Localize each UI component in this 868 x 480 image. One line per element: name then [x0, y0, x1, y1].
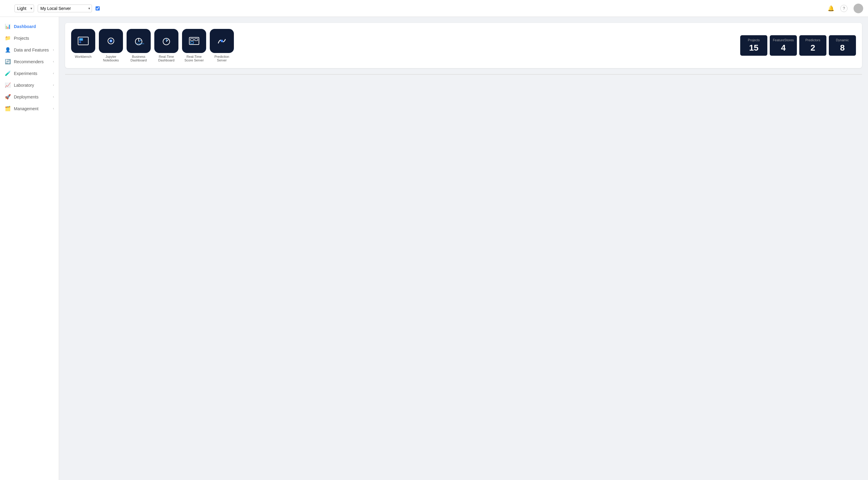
- app-icon-label-business-dashboard: Business Dashboard: [127, 55, 151, 62]
- svg-rect-1: [79, 38, 83, 41]
- svg-text:Grafana: Grafana: [136, 42, 144, 45]
- stat-card-dynamic[interactable]: Dynamic 8: [829, 35, 856, 56]
- sidebar-label-data-features: Data and Features: [14, 47, 49, 53]
- sidebar-item-dashboard[interactable]: 📊 Dashboard: [0, 21, 59, 32]
- stat-value-dynamic: 8: [831, 43, 854, 53]
- app-icon-box-realtime-dashboard: [154, 29, 179, 53]
- main-content: Workbench Jupyter Notebooks Grafana Busi…: [59, 17, 868, 480]
- stat-value-predictors: 2: [802, 43, 824, 53]
- app-icon-label-workbench: Workbench: [75, 55, 91, 59]
- svg-point-14: [221, 40, 223, 42]
- notification-icon[interactable]: 🔔: [828, 5, 834, 12]
- sidebar-label-management: Management: [14, 106, 38, 111]
- app-icon-realtime-dashboard[interactable]: Real-Time Dashboard: [154, 29, 179, 62]
- stat-label-projects: Projects: [743, 38, 765, 42]
- experiments-icon: 🧪: [5, 70, 11, 76]
- sidebar-label-deployments: Deployments: [14, 95, 38, 99]
- chevron-icon: ‹: [53, 95, 54, 99]
- app-icon-workbench[interactable]: Workbench: [71, 29, 95, 62]
- chevron-icon: ‹: [53, 60, 54, 63]
- stat-label-feature-stores: FeatureStores: [772, 38, 795, 42]
- sidebar-label-laboratory: Laboratory: [14, 83, 34, 88]
- theme-select-wrapper: Light Dark: [14, 4, 34, 12]
- svg-rect-12: [195, 39, 198, 41]
- chevron-icon: ‹: [53, 107, 54, 110]
- sidebar-label-recommenders: Recommenders: [14, 59, 44, 64]
- stat-label-dynamic: Dynamic: [831, 38, 854, 42]
- server-select[interactable]: My Local Server: [38, 4, 92, 12]
- stat-card-feature-stores[interactable]: FeatureStores 4: [770, 35, 797, 56]
- recommenders-icon: 🔄: [5, 59, 11, 64]
- stats-banner: Workbench Jupyter Notebooks Grafana Busi…: [65, 23, 862, 68]
- management-icon: 🗂️: [5, 106, 11, 111]
- theme-select[interactable]: Light Dark: [14, 4, 34, 12]
- svg-rect-11: [190, 39, 193, 41]
- app-icon-label-score-server: Real-Time Score Server: [182, 55, 206, 62]
- laboratory-icon: 📈: [5, 82, 11, 88]
- dashboard-icon: 📊: [5, 24, 11, 29]
- app-icon-business-dashboard[interactable]: Grafana Business Dashboard: [127, 29, 151, 62]
- projects-icon: 📁: [5, 35, 11, 41]
- sidebar-label-experiments: Experiments: [14, 71, 37, 76]
- app-icon-jupyter[interactable]: Jupyter Notebooks: [99, 29, 123, 62]
- default-checkbox[interactable]: [96, 6, 100, 10]
- deployments-icon: 🚀: [5, 94, 11, 100]
- svg-point-6: [110, 40, 112, 41]
- sidebar-item-experiments[interactable]: 🧪 Experiments ‹: [0, 67, 59, 79]
- sidebar-item-management[interactable]: 🗂️ Management ‹: [0, 103, 59, 114]
- navbar: Light Dark My Local Server 🔔 ?: [0, 0, 868, 17]
- app-icon-box-business-dashboard: Grafana: [127, 29, 151, 53]
- stat-cards: Projects 15 FeatureStores 4 Predictors 2…: [740, 35, 856, 56]
- avatar[interactable]: [854, 4, 863, 13]
- sidebar-item-projects[interactable]: 📁 Projects: [0, 32, 59, 44]
- sidebar-item-deployments[interactable]: 🚀 Deployments ‹: [0, 91, 59, 103]
- svg-rect-0: [78, 37, 88, 45]
- stat-value-feature-stores: 4: [772, 43, 795, 53]
- data-features-icon: 👤: [5, 47, 11, 53]
- sidebar-item-data-features[interactable]: 👤 Data and Features ‹: [0, 44, 59, 56]
- help-icon[interactable]: ?: [840, 5, 847, 12]
- tabs-bar: [65, 74, 862, 75]
- app-icon-label-prediction-server: Prediction Server: [210, 55, 234, 62]
- layout: 📊 Dashboard 📁 Projects 👤 Data and Featur…: [0, 0, 868, 480]
- chevron-icon: ‹: [53, 72, 54, 75]
- app-icon-box-score-server: [182, 29, 206, 53]
- app-icon-prediction-server[interactable]: Prediction Server: [210, 29, 234, 62]
- app-icon-box-jupyter: [99, 29, 123, 53]
- app-icon-label-jupyter: Jupyter Notebooks: [99, 55, 123, 62]
- app-icon-score-server[interactable]: Real-Time Score Server: [182, 29, 206, 62]
- stat-label-predictors: Predictors: [802, 38, 824, 42]
- app-icon-label-realtime-dashboard: Real-Time Dashboard: [154, 55, 179, 62]
- sidebar-label-dashboard: Dashboard: [14, 24, 36, 29]
- svg-rect-13: [190, 41, 193, 44]
- chevron-icon: ‹: [53, 48, 54, 52]
- app-icon-box-workbench: [71, 29, 95, 53]
- sidebar-item-laboratory[interactable]: 📈 Laboratory ‹: [0, 79, 59, 91]
- default-checkbox-label[interactable]: [96, 6, 101, 10]
- app-icons-list: Workbench Jupyter Notebooks Grafana Busi…: [71, 29, 734, 62]
- sidebar-item-recommenders[interactable]: 🔄 Recommenders ‹: [0, 56, 59, 67]
- svg-point-3: [80, 42, 81, 43]
- server-select-wrapper: My Local Server: [38, 4, 92, 12]
- stat-value-projects: 15: [743, 43, 765, 53]
- chevron-icon: ‹: [53, 83, 54, 87]
- sidebar: 📊 Dashboard 📁 Projects 👤 Data and Featur…: [0, 17, 59, 480]
- app-icon-box-prediction-server: [210, 29, 234, 53]
- stat-card-predictors[interactable]: Predictors 2: [799, 35, 827, 56]
- stat-card-projects[interactable]: Projects 15: [740, 35, 767, 56]
- sidebar-label-projects: Projects: [14, 36, 29, 41]
